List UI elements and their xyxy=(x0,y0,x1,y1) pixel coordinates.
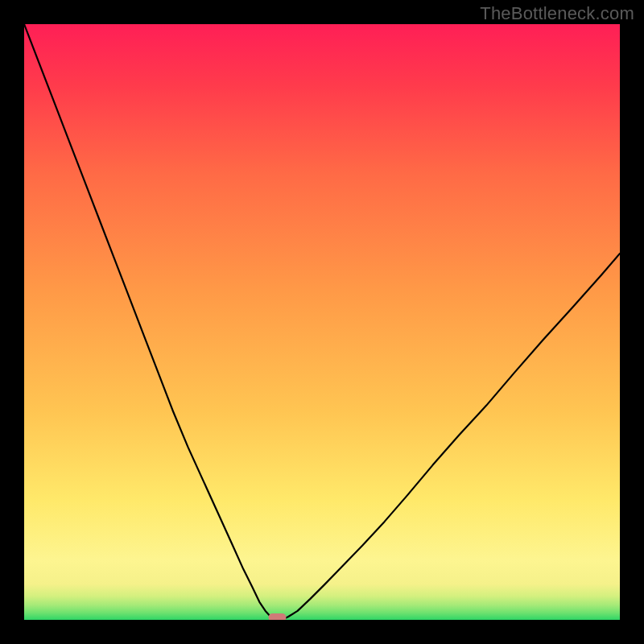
chart-frame: TheBottleneck.com xyxy=(0,0,644,644)
optimal-marker xyxy=(269,613,287,620)
gradient-background xyxy=(24,24,620,620)
watermark-text: TheBottleneck.com xyxy=(480,3,634,24)
plot-svg xyxy=(24,24,620,620)
bottleneck-plot xyxy=(24,24,620,620)
